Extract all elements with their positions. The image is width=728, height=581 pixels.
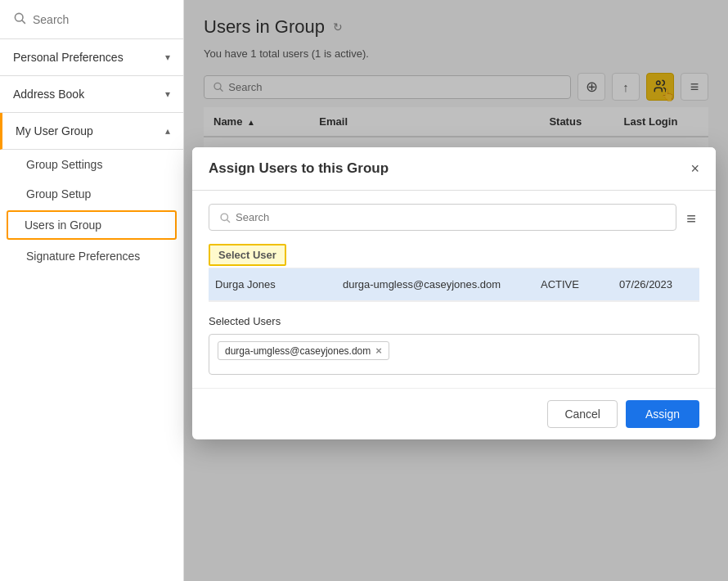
- modal-menu-button[interactable]: ≡: [683, 206, 699, 232]
- sidebar-search-bar[interactable]: [0, 0, 183, 39]
- user-status: ACTIVE: [541, 278, 606, 290]
- modal-overlay: Assign Users to this Group ×: [184, 0, 728, 581]
- user-name: Durga Jones: [215, 278, 330, 290]
- svg-line-1: [22, 20, 25, 24]
- remove-tag-button[interactable]: ×: [375, 345, 382, 357]
- modal-body: ≡ Select User Durga Jones durga-umgless@…: [192, 191, 716, 388]
- user-row[interactable]: Durga Jones durga-umgless@caseyjones.dom…: [209, 268, 699, 301]
- assign-users-modal: Assign Users to this Group ×: [192, 147, 716, 439]
- chevron-up-icon: ▴: [165, 125, 170, 137]
- modal-search-input[interactable]: [236, 211, 666, 223]
- search-icon: [219, 212, 231, 223]
- modal-title: Assign Users to this Group: [209, 160, 389, 177]
- modal-footer: Cancel Assign: [192, 388, 716, 439]
- group-settings-label: Group Settings: [26, 158, 102, 171]
- selected-users-box: durga-umgless@caseyjones.dom ×: [209, 334, 699, 375]
- search-input[interactable]: [33, 13, 170, 26]
- tag-value: durga-umgless@caseyjones.dom: [225, 345, 371, 357]
- modal-search-bar[interactable]: [209, 204, 676, 231]
- main-content: Users in Group ↻ You have 1 total users …: [184, 0, 728, 581]
- users-in-group-label: Users in Group: [25, 218, 101, 232]
- separator: [209, 301, 699, 302]
- personal-preferences-label: Personal Preferences: [13, 51, 124, 64]
- select-user-label: Select User: [209, 244, 286, 266]
- user-email: durga-umgless@caseyjones.dom: [343, 278, 528, 290]
- sidebar: Personal Preferences ▾ Address Book ▾ My…: [0, 0, 184, 581]
- sidebar-item-signature-preferences[interactable]: Signature Preferences: [0, 241, 183, 271]
- sidebar-item-my-user-group[interactable]: My User Group ▴: [0, 113, 183, 150]
- sidebar-item-users-in-group[interactable]: Users in Group: [7, 210, 177, 240]
- chevron-down-icon: ▾: [165, 88, 170, 100]
- chevron-down-icon: ▾: [165, 52, 170, 63]
- close-icon[interactable]: ×: [690, 161, 699, 176]
- user-tag: durga-umgless@caseyjones.dom ×: [218, 341, 389, 360]
- modal-header: Assign Users to this Group ×: [192, 147, 716, 191]
- sidebar-item-address-book[interactable]: Address Book ▾: [0, 76, 183, 113]
- search-icon: [13, 11, 26, 27]
- my-user-group-label: My User Group: [16, 124, 93, 137]
- user-date: 07/26/2023: [619, 278, 693, 290]
- sidebar-item-group-setup[interactable]: Group Setup: [0, 179, 183, 209]
- assign-button[interactable]: Assign: [626, 400, 699, 428]
- app-container: Personal Preferences ▾ Address Book ▾ My…: [0, 0, 728, 581]
- sidebar-item-personal-preferences[interactable]: Personal Preferences ▾: [0, 39, 183, 76]
- select-user-header: Select User: [209, 244, 699, 266]
- svg-line-6: [227, 219, 229, 222]
- address-book-label: Address Book: [13, 88, 84, 101]
- group-setup-label: Group Setup: [26, 187, 91, 200]
- selected-users-label: Selected Users: [209, 315, 699, 327]
- sidebar-item-group-settings[interactable]: Group Settings: [0, 150, 183, 179]
- cancel-button[interactable]: Cancel: [547, 400, 618, 428]
- signature-preferences-label: Signature Preferences: [26, 250, 140, 263]
